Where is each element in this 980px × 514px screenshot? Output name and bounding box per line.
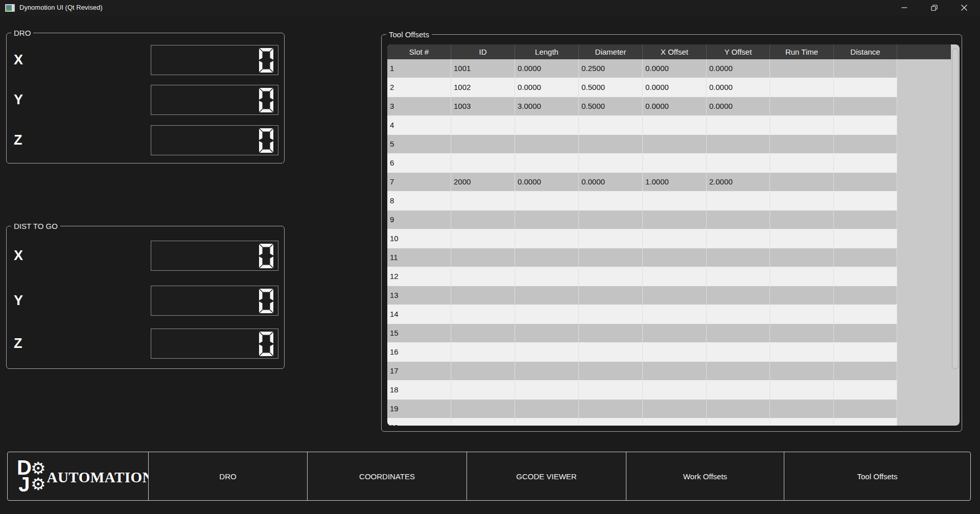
cell-x_offset[interactable] bbox=[643, 305, 707, 323]
cell-run_time[interactable] bbox=[770, 418, 834, 426]
cell-diameter[interactable]: 0.5000 bbox=[579, 97, 643, 115]
cell-run_time[interactable] bbox=[770, 116, 834, 134]
cell-id[interactable] bbox=[451, 116, 515, 134]
cell-y_offset[interactable] bbox=[707, 343, 770, 361]
cell-diameter[interactable] bbox=[579, 305, 643, 323]
cell-slot[interactable]: 10 bbox=[387, 229, 451, 248]
cell-y_offset[interactable]: 0.0000 bbox=[707, 78, 770, 97]
cell-x_offset[interactable] bbox=[643, 116, 707, 134]
cell-distance[interactable] bbox=[834, 78, 897, 97]
cell-distance[interactable] bbox=[834, 192, 897, 210]
cell-distance[interactable] bbox=[834, 116, 897, 134]
cell-diameter[interactable] bbox=[579, 286, 643, 305]
cell-x_offset[interactable] bbox=[643, 362, 707, 380]
cell-run_time[interactable] bbox=[770, 78, 834, 97]
cell-distance[interactable] bbox=[834, 400, 897, 418]
column-header-y_offset[interactable]: Y Offset bbox=[707, 44, 770, 59]
cell-diameter[interactable] bbox=[579, 381, 643, 399]
cell-length[interactable] bbox=[515, 248, 579, 267]
restore-button[interactable] bbox=[919, 0, 949, 15]
cell-id[interactable] bbox=[451, 362, 515, 380]
cell-y_offset[interactable] bbox=[707, 418, 770, 426]
cell-slot[interactable]: 20 bbox=[387, 418, 451, 426]
cell-length[interactable] bbox=[515, 154, 579, 172]
close-button[interactable] bbox=[949, 0, 979, 15]
cell-y_offset[interactable] bbox=[707, 135, 770, 153]
cell-x_offset[interactable] bbox=[643, 229, 707, 248]
cell-length[interactable] bbox=[515, 211, 579, 229]
cell-id[interactable] bbox=[451, 381, 515, 399]
cell-y_offset[interactable] bbox=[707, 400, 770, 418]
cell-slot[interactable]: 12 bbox=[387, 267, 451, 286]
cell-length[interactable]: 0.0000 bbox=[515, 59, 579, 78]
cell-slot[interactable]: 19 bbox=[387, 400, 451, 418]
cell-x_offset[interactable]: 0.0000 bbox=[643, 59, 707, 78]
cell-y_offset[interactable] bbox=[707, 154, 770, 172]
cell-x_offset[interactable] bbox=[643, 343, 707, 361]
cell-distance[interactable] bbox=[834, 324, 897, 342]
nav-button-dro[interactable]: DRO bbox=[148, 452, 308, 501]
cell-slot[interactable]: 3 bbox=[387, 97, 451, 115]
cell-y_offset[interactable] bbox=[707, 305, 770, 323]
column-header-diameter[interactable]: Diameter bbox=[579, 44, 643, 59]
cell-length[interactable] bbox=[515, 229, 579, 248]
cell-slot[interactable]: 7 bbox=[387, 173, 451, 191]
cell-length[interactable]: 0.0000 bbox=[515, 78, 579, 97]
cell-slot[interactable]: 5 bbox=[387, 135, 451, 153]
cell-y_offset[interactable] bbox=[707, 116, 770, 134]
cell-x_offset[interactable] bbox=[643, 267, 707, 286]
cell-x_offset[interactable] bbox=[643, 381, 707, 399]
cell-x_offset[interactable] bbox=[643, 154, 707, 172]
cell-length[interactable]: 0.0000 bbox=[515, 173, 579, 191]
cell-distance[interactable] bbox=[834, 418, 897, 426]
column-header-x_offset[interactable]: X Offset bbox=[643, 44, 707, 59]
cell-y_offset[interactable] bbox=[707, 267, 770, 286]
cell-distance[interactable] bbox=[834, 97, 897, 115]
cell-slot[interactable]: 14 bbox=[387, 305, 451, 323]
cell-length[interactable] bbox=[515, 400, 579, 418]
cell-x_offset[interactable] bbox=[643, 286, 707, 305]
cell-length[interactable] bbox=[515, 267, 579, 286]
cell-diameter[interactable] bbox=[579, 267, 643, 286]
cell-x_offset[interactable] bbox=[643, 400, 707, 418]
cell-length[interactable] bbox=[515, 305, 579, 323]
cell-length[interactable] bbox=[515, 362, 579, 380]
cell-slot[interactable]: 13 bbox=[387, 286, 451, 305]
cell-distance[interactable] bbox=[834, 135, 897, 153]
cell-x_offset[interactable] bbox=[643, 418, 707, 426]
cell-diameter[interactable]: 0.2500 bbox=[579, 59, 643, 78]
cell-distance[interactable] bbox=[834, 305, 897, 323]
cell-run_time[interactable] bbox=[770, 267, 834, 286]
cell-y_offset[interactable] bbox=[707, 192, 770, 210]
cell-length[interactable] bbox=[515, 116, 579, 134]
cell-distance[interactable] bbox=[834, 343, 897, 361]
cell-length[interactable]: 3.0000 bbox=[515, 97, 579, 115]
cell-id[interactable] bbox=[451, 400, 515, 418]
cell-y_offset[interactable]: 2.0000 bbox=[707, 173, 770, 191]
cell-id[interactable] bbox=[451, 135, 515, 153]
cell-length[interactable] bbox=[515, 324, 579, 342]
column-header-slot[interactable]: Slot # bbox=[387, 44, 451, 59]
cell-run_time[interactable] bbox=[770, 305, 834, 323]
cell-id[interactable] bbox=[451, 154, 515, 172]
cell-distance[interactable] bbox=[834, 173, 897, 191]
column-header-length[interactable]: Length bbox=[515, 44, 579, 59]
cell-y_offset[interactable] bbox=[707, 362, 770, 380]
cell-distance[interactable] bbox=[834, 211, 897, 229]
cell-id[interactable] bbox=[451, 305, 515, 323]
nav-button-work-offsets[interactable]: Work Offsets bbox=[626, 452, 784, 501]
cell-distance[interactable] bbox=[834, 229, 897, 248]
cell-y_offset[interactable] bbox=[707, 248, 770, 267]
nav-button-gcode-viewer[interactable]: GCODE VIEWER bbox=[466, 452, 626, 501]
cell-length[interactable] bbox=[515, 286, 579, 305]
cell-length[interactable] bbox=[515, 192, 579, 210]
cell-y_offset[interactable] bbox=[707, 381, 770, 399]
cell-id[interactable] bbox=[451, 343, 515, 361]
cell-length[interactable] bbox=[515, 381, 579, 399]
cell-slot[interactable]: 16 bbox=[387, 343, 451, 361]
cell-distance[interactable] bbox=[834, 267, 897, 286]
cell-distance[interactable] bbox=[834, 248, 897, 267]
cell-y_offset[interactable] bbox=[707, 229, 770, 248]
cell-diameter[interactable] bbox=[579, 400, 643, 418]
cell-run_time[interactable] bbox=[770, 343, 834, 361]
